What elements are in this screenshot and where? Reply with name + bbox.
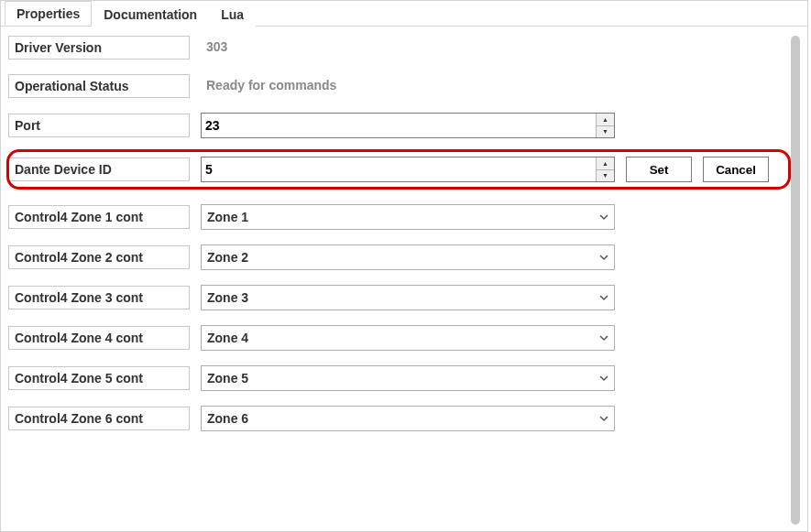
tab-properties[interactable]: Properties bbox=[5, 1, 92, 26]
chevron-down-icon bbox=[594, 411, 614, 426]
value-driver-version: 303 bbox=[201, 36, 615, 60]
cancel-button[interactable]: Cancel bbox=[703, 157, 769, 182]
port-stepper[interactable]: ▲ ▼ bbox=[201, 113, 615, 138]
zone-1-select[interactable]: Zone 1 bbox=[201, 204, 615, 230]
row-zone-4: Control4 Zone 4 cont Zone 4 bbox=[8, 325, 800, 351]
zone-6-value: Zone 6 bbox=[202, 411, 594, 426]
zone-3-value: Zone 3 bbox=[202, 290, 594, 305]
tab-documentation[interactable]: Documentation bbox=[92, 2, 209, 27]
dante-step-down-icon[interactable]: ▼ bbox=[597, 170, 614, 182]
zone-4-select[interactable]: Zone 4 bbox=[201, 325, 615, 351]
label-zone-4: Control4 Zone 4 cont bbox=[8, 326, 190, 350]
label-port: Port bbox=[8, 114, 190, 137]
value-operational-status: Ready for commands bbox=[201, 74, 615, 98]
row-zone-3: Control4 Zone 3 cont Zone 3 bbox=[8, 285, 800, 310]
chevron-down-icon bbox=[594, 290, 614, 305]
properties-panel: Properties Documentation Lua Driver Vers… bbox=[0, 0, 808, 532]
row-operational-status: Operational Status Ready for commands bbox=[8, 74, 800, 98]
row-zone-1: Control4 Zone 1 cont Zone 1 bbox=[8, 204, 800, 230]
vertical-scrollbar[interactable] bbox=[791, 36, 800, 525]
label-zone-3: Control4 Zone 3 cont bbox=[8, 286, 190, 309]
properties-content: Driver Version 303 Operational Status Re… bbox=[1, 27, 807, 455]
zone-1-value: Zone 1 bbox=[202, 210, 594, 224]
port-step-up-icon[interactable]: ▲ bbox=[597, 114, 614, 126]
zone-2-value: Zone 2 bbox=[202, 250, 594, 265]
row-dante-device-id: Dante Device ID ▲ ▼ Set Cancel bbox=[8, 157, 800, 182]
row-zone-2: Control4 Zone 2 cont Zone 2 bbox=[8, 244, 800, 270]
row-zone-6: Control4 Zone 6 cont Zone 6 bbox=[8, 406, 800, 431]
tab-bar: Properties Documentation Lua bbox=[1, 1, 807, 27]
label-dante-device-id: Dante Device ID bbox=[8, 157, 190, 181]
chevron-down-icon bbox=[594, 371, 614, 385]
label-zone-2: Control4 Zone 2 cont bbox=[8, 245, 190, 269]
chevron-down-icon bbox=[594, 210, 614, 224]
label-operational-status: Operational Status bbox=[8, 74, 190, 98]
zone-5-value: Zone 5 bbox=[202, 371, 594, 385]
dante-step-up-icon[interactable]: ▲ bbox=[597, 157, 614, 170]
zone-4-value: Zone 4 bbox=[202, 331, 594, 345]
zone-6-select[interactable]: Zone 6 bbox=[201, 406, 615, 431]
port-input[interactable] bbox=[202, 114, 596, 137]
label-zone-5: Control4 Zone 5 cont bbox=[8, 366, 190, 390]
chevron-down-icon bbox=[594, 250, 614, 265]
row-driver-version: Driver Version 303 bbox=[8, 36, 800, 60]
label-zone-6: Control4 Zone 6 cont bbox=[8, 407, 190, 430]
dante-device-id-stepper[interactable]: ▲ ▼ bbox=[201, 157, 615, 182]
zone-2-select[interactable]: Zone 2 bbox=[201, 244, 615, 270]
zone-5-select[interactable]: Zone 5 bbox=[201, 365, 615, 391]
zone-3-select[interactable]: Zone 3 bbox=[201, 285, 615, 310]
chevron-down-icon bbox=[594, 331, 614, 345]
dante-device-id-input[interactable] bbox=[202, 157, 596, 181]
row-port: Port ▲ ▼ bbox=[8, 113, 800, 138]
port-step-down-icon[interactable]: ▼ bbox=[597, 126, 614, 138]
row-zone-5: Control4 Zone 5 cont Zone 5 bbox=[8, 365, 800, 391]
set-button[interactable]: Set bbox=[626, 157, 692, 182]
tab-lua[interactable]: Lua bbox=[209, 2, 256, 27]
label-driver-version: Driver Version bbox=[8, 36, 190, 60]
label-zone-1: Control4 Zone 1 cont bbox=[8, 205, 190, 229]
